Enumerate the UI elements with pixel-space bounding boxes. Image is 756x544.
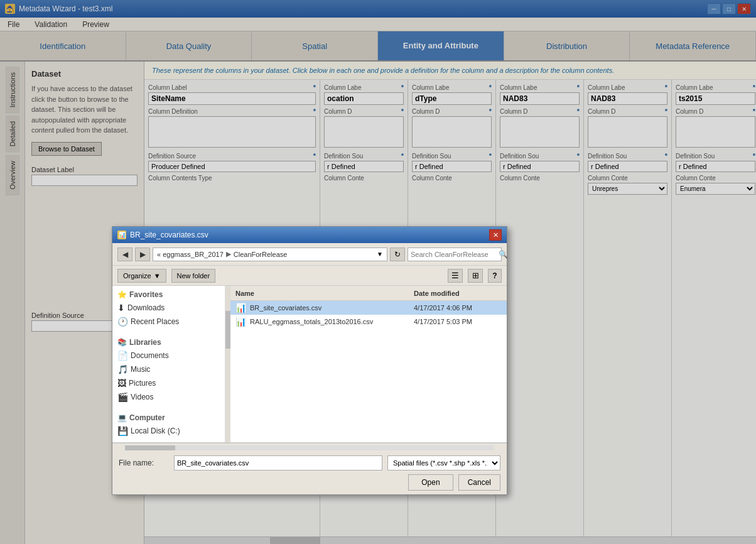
file-col-date-header[interactable]: Date modified xyxy=(414,290,502,297)
file-row-0[interactable]: 📊 BR_site_covariates.csv 4/17/2017 4:06 … xyxy=(230,301,507,315)
new-folder-label: New folder xyxy=(177,272,210,280)
refresh-button[interactable]: ↻ xyxy=(390,248,405,261)
nav-tree-scrollbar[interactable] xyxy=(225,286,230,442)
dialog-actions-bar: Organize ▼ New folder ☰ ⊞ ? xyxy=(112,266,507,286)
nav-tree-music[interactable]: 🎵 Music xyxy=(112,362,225,376)
nav-tree: ⭐ Favorites ⬇ Downloads 🕐 Recent Places … xyxy=(112,286,225,442)
new-folder-button[interactable]: New folder xyxy=(171,269,216,283)
computer-header: 💻 Computer xyxy=(112,411,225,424)
breadcrumb-root: « eggmass_BR_2017 xyxy=(157,251,224,258)
file-col-name-header[interactable]: Name xyxy=(235,290,414,297)
nav-scroll-thumb xyxy=(225,311,230,349)
nav-tree-videos[interactable]: 🎬 Videos xyxy=(112,390,225,404)
cancel-button[interactable]: Cancel xyxy=(458,474,500,491)
videos-icon: 🎬 xyxy=(117,392,128,402)
favorites-header: ⭐ Favorites xyxy=(112,288,225,301)
documents-icon: 📄 xyxy=(117,351,128,361)
file-name-label: File name: xyxy=(119,459,169,467)
dialog-overlay: 📊 BR_site_covariates.csv ✕ ◀ ▶ « eggmass… xyxy=(0,0,756,544)
file-browser: ⭐ Favorites ⬇ Downloads 🕐 Recent Places … xyxy=(112,286,507,443)
dialog-h-scroll-thumb xyxy=(125,445,175,450)
computer-icon: 💻 xyxy=(117,413,127,422)
file-name-0: BR_site_covariates.csv xyxy=(250,304,410,312)
dialog-close-button[interactable]: ✕ xyxy=(489,229,502,241)
music-icon: 🎵 xyxy=(117,364,128,374)
file-name-input[interactable] xyxy=(174,455,382,471)
file-icon-1: 📊 xyxy=(235,317,246,327)
breadcrumb-dropdown-icon[interactable]: ▼ xyxy=(377,251,383,258)
file-row-1[interactable]: 📊 RALU_eggmass_totals_2013to2016.csv 4/1… xyxy=(230,315,507,329)
libraries-icon: 📚 xyxy=(117,338,127,347)
pictures-icon: 🖼 xyxy=(117,378,126,388)
file-date-1: 4/17/2017 5:03 PM xyxy=(414,318,502,325)
file-list-header: Name Date modified xyxy=(230,286,507,301)
dialog-bottom: File name: Spatial files (*.csv *.shp *.… xyxy=(112,452,507,494)
file-list: Name Date modified 📊 BR_site_covariates.… xyxy=(230,286,507,442)
nav-tree-downloads[interactable]: ⬇ Downloads xyxy=(112,301,225,315)
file-name-1: RALU_eggmass_totals_2013to2016.csv xyxy=(250,318,410,325)
local-disk-icon: 💾 xyxy=(117,426,128,436)
nav-back-button[interactable]: ◀ xyxy=(117,248,132,261)
nav-tree-recent-places[interactable]: 🕐 Recent Places xyxy=(112,315,225,329)
nav-forward-button[interactable]: ▶ xyxy=(135,248,150,261)
view-button[interactable]: ☰ xyxy=(448,269,463,283)
search-icon: 🔍 xyxy=(499,250,508,259)
recent-places-icon: 🕐 xyxy=(117,317,128,327)
libraries-header: 📚 Libraries xyxy=(112,336,225,349)
file-type-dropdown[interactable]: Spatial files (*.csv *.shp *.xls *.xl xyxy=(387,455,500,471)
view-grid-button[interactable]: ⊞ xyxy=(468,269,483,283)
search-box: 🔍 xyxy=(408,248,502,261)
help-button[interactable]: ? xyxy=(488,269,502,283)
dialog-toolbar: ◀ ▶ « eggmass_BR_2017 ▶ CleanForRelease … xyxy=(112,243,507,266)
file-dialog: 📊 BR_site_covariates.csv ✕ ◀ ▶ « eggmass… xyxy=(112,226,507,495)
breadcrumb-current: CleanForRelease xyxy=(234,251,288,258)
dialog-title-bar: 📊 BR_site_covariates.csv ✕ xyxy=(112,227,507,243)
favorites-star-icon: ⭐ xyxy=(117,290,127,299)
nav-tree-local-disk[interactable]: 💾 Local Disk (C:) xyxy=(112,424,225,438)
open-button[interactable]: Open xyxy=(408,474,453,491)
dialog-h-scrollbar[interactable] xyxy=(112,443,507,452)
file-date-0: 4/17/2017 4:06 PM xyxy=(414,304,502,312)
file-icon-0: 📊 xyxy=(235,303,246,313)
nav-tree-documents[interactable]: 📄 Documents xyxy=(112,349,225,362)
search-input[interactable] xyxy=(411,251,497,258)
organize-button[interactable]: Organize ▼ xyxy=(117,269,166,283)
organize-label: Organize xyxy=(123,272,151,280)
nav-tree-pictures[interactable]: 🖼 Pictures xyxy=(112,376,225,390)
breadcrumb-bar: « eggmass_BR_2017 ▶ CleanForRelease ▼ xyxy=(153,248,387,261)
dialog-icon: 📊 xyxy=(117,231,126,239)
downloads-icon: ⬇ xyxy=(117,303,125,313)
organize-dropdown-icon: ▼ xyxy=(154,272,161,280)
dialog-title: BR_site_covariates.csv xyxy=(130,231,208,239)
